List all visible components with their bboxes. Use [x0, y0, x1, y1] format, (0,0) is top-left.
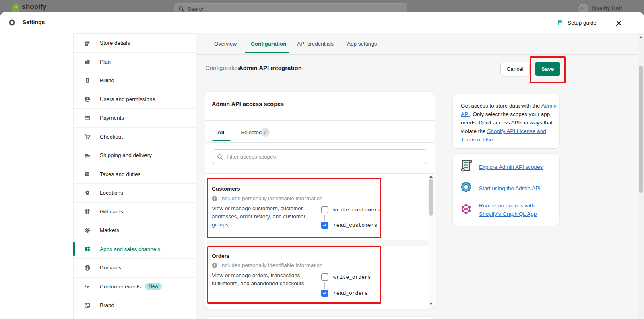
scope-label: read_orders: [333, 290, 368, 296]
close-icon[interactable]: [613, 18, 624, 28]
page-scrollbar-up-arrow-icon[interactable]: [639, 36, 642, 38]
payments-icon: [84, 114, 91, 121]
filter-access-scopes-field[interactable]: [212, 149, 427, 164]
graphql-icon: [459, 202, 473, 216]
scope-label: write_customers: [333, 207, 380, 213]
markets-icon: [84, 227, 91, 234]
sidebar-item-label: Markets: [100, 227, 119, 233]
selected-count-badge: 2: [261, 128, 270, 137]
filter-access-scopes-input[interactable]: [227, 154, 380, 160]
group-separator-band: [206, 240, 434, 246]
sidebar-item-store-details[interactable]: Store details: [74, 34, 196, 53]
sidebar-item-users-and-permissions[interactable]: Users and permissions: [74, 90, 196, 109]
breadcrumb-chevron-icon: ›: [232, 64, 234, 71]
tab-overview[interactable]: Overview: [214, 41, 237, 47]
scopes-card-title: Admin API access scopes: [212, 101, 284, 107]
tab-configuration[interactable]: Configuration: [251, 41, 286, 47]
page-title: Settings: [23, 19, 45, 25]
sidebar-item-label: Brand: [100, 302, 114, 308]
svg-text:%: %: [86, 172, 89, 176]
active-tab-underline: [245, 52, 289, 53]
setup-guide-button[interactable]: Setup guide: [557, 17, 597, 28]
scroll-icon: [459, 159, 473, 173]
scrollbar-up-arrow-icon[interactable]: [429, 176, 433, 178]
brand-icon: [84, 302, 91, 309]
sidebar-item-shipping-and-delivery[interactable]: Shipping and delivery: [74, 146, 196, 165]
tab-api-credentials[interactable]: API credentials: [297, 41, 334, 47]
start-using-admin-api-link[interactable]: Start using the Admin API: [479, 184, 541, 193]
locations-icon: [84, 189, 91, 196]
plan-icon: [84, 58, 91, 65]
sidebar-item-label: Apps and sales channels: [100, 246, 160, 252]
sidebar-item-markets[interactable]: Markets: [74, 221, 196, 240]
tab-app-settings[interactable]: App settings: [347, 41, 377, 47]
user-name[interactable]: Quality Unit: [592, 5, 622, 11]
card-divider: [206, 173, 434, 174]
sidebar-item-label: Payments: [100, 115, 124, 121]
users-icon: [84, 96, 91, 103]
checkout-icon: [84, 133, 91, 140]
sidebar-item-label: Gift cards: [100, 209, 123, 215]
pii-note: Includes personally identifiable informa…: [220, 262, 322, 268]
scope-list-scrollbar-thumb[interactable]: [429, 179, 433, 216]
domains-icon: [84, 264, 91, 271]
breadcrumb-parent[interactable]: Configuration: [205, 64, 241, 71]
write-customers-checkbox[interactable]: [321, 206, 328, 213]
sidebar-item-customer-events[interactable]: Customer events New: [74, 278, 196, 296]
shopify-logo-icon: [11, 2, 21, 13]
sidebar-item-locations[interactable]: Locations: [74, 184, 196, 203]
sidebar-item-checkout[interactable]: Checkout: [74, 128, 196, 147]
gear-blue-icon: [459, 180, 473, 194]
scopes-active-tab-underline: [212, 140, 231, 141]
scope-group-description: View or manage orders, transactions, ful…: [212, 271, 321, 288]
sidebar-item-domains[interactable]: Domains: [74, 259, 196, 278]
sidebar-item-plan[interactable]: Plan: [74, 53, 196, 72]
next-card-sliver: [205, 317, 435, 319]
write-orders-checkbox[interactable]: [321, 273, 328, 281]
topbar-search-input[interactable]: [188, 6, 268, 12]
check-icon: [322, 223, 327, 228]
sidebar-item-label: Customer events: [100, 284, 141, 290]
cancel-button[interactable]: Cancel: [500, 62, 530, 76]
explore-admin-api-scopes-link[interactable]: Explore Admin API scopes: [479, 163, 543, 171]
new-badge: New: [145, 283, 162, 290]
page-scrollbar-thumb[interactable]: [639, 66, 643, 193]
sidebar-item-label: Shipping and delivery: [100, 152, 152, 158]
checkbox-connector: [324, 215, 325, 221]
save-button[interactable]: Save: [535, 62, 560, 76]
sidebar-item-label: Users and permissions: [100, 96, 155, 102]
breadcrumb-current: Admin API integration: [239, 64, 302, 71]
sidebar-item-label: Billing: [100, 77, 114, 83]
info-icon: [212, 263, 217, 268]
sidebar-item-brand[interactable]: Brand: [74, 296, 196, 315]
sidebar-item-payments[interactable]: Payments: [74, 109, 196, 128]
svg-text:$: $: [86, 78, 88, 82]
flag-icon: [557, 19, 564, 26]
settings-gear-icon: [8, 18, 17, 27]
sidebar-item-apps-and-sales-channels[interactable]: Apps and sales channels: [74, 240, 196, 259]
shipping-icon: [84, 152, 91, 159]
scope-group-name: Customers: [212, 186, 240, 192]
info-text-part: Get access to store data with the: [461, 103, 541, 109]
sidebar-item-billing[interactable]: $ Billing: [74, 71, 196, 90]
read-orders-checkbox[interactable]: [321, 290, 328, 297]
scopes-tab-selected[interactable]: Selected: [241, 129, 262, 135]
sidebar-item-gift-cards[interactable]: Gift cards: [74, 203, 196, 222]
read-customers-checkbox[interactable]: [321, 222, 328, 229]
sidebar-item-label: Domains: [100, 265, 121, 271]
sidebar-item-taxes-and-duties[interactable]: % Taxes and duties: [74, 165, 196, 184]
info-text-part: .: [493, 137, 495, 143]
pii-note: Includes personally identifiable informa…: [220, 195, 322, 201]
shopify-brand-word: shopify: [22, 3, 47, 11]
run-demo-queries-link[interactable]: Run demo queries with Shopify’s GraphiQL…: [479, 201, 555, 218]
sidebar-item-label: Store details: [100, 40, 130, 46]
customer-events-icon: [84, 283, 91, 290]
billing-icon: $: [84, 77, 91, 84]
search-icon: [178, 6, 184, 12]
scrollbar-down-arrow-icon[interactable]: [429, 303, 433, 305]
sidebar-item-label: Locations: [100, 190, 123, 196]
scopes-tab-all[interactable]: All: [217, 129, 224, 135]
admin-topbar: shopify QU Quality Unit: [0, 0, 644, 14]
store-icon: [84, 39, 91, 46]
check-icon: [322, 291, 327, 296]
